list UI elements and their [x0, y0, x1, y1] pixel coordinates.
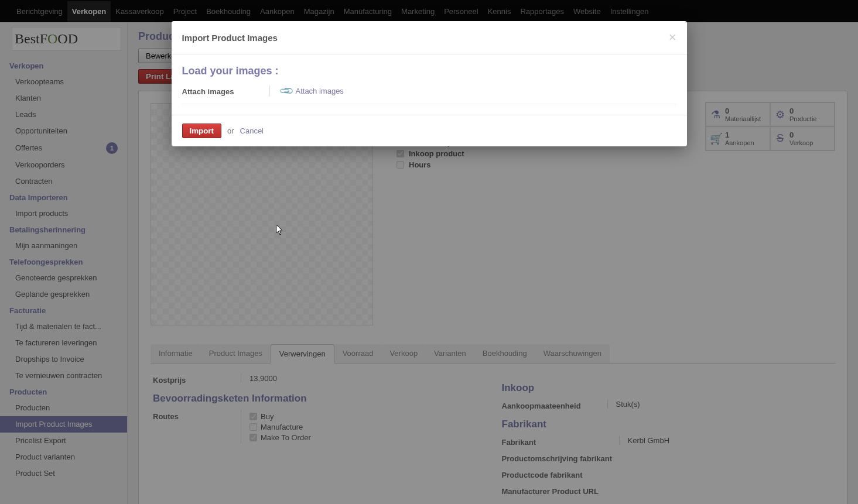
import-modal: Import Product Images × Load your images…: [172, 21, 687, 146]
modal-close-button[interactable]: ×: [669, 30, 676, 45]
attach-images-action[interactable]: 📎 Attach images: [270, 85, 344, 97]
import-button[interactable]: Import: [182, 124, 221, 138]
attach-images-text: Attach images: [296, 87, 344, 95]
or-text: or: [227, 126, 234, 135]
modal-title: Import Product Images: [182, 33, 278, 43]
attach-images-label: Attach images: [182, 85, 270, 97]
modal-section-title: Load your images :: [182, 65, 676, 77]
cancel-link[interactable]: Cancel: [240, 126, 264, 135]
paperclip-icon: 📎: [278, 83, 295, 100]
modal-overlay[interactable]: Import Product Images × Load your images…: [0, 0, 858, 504]
